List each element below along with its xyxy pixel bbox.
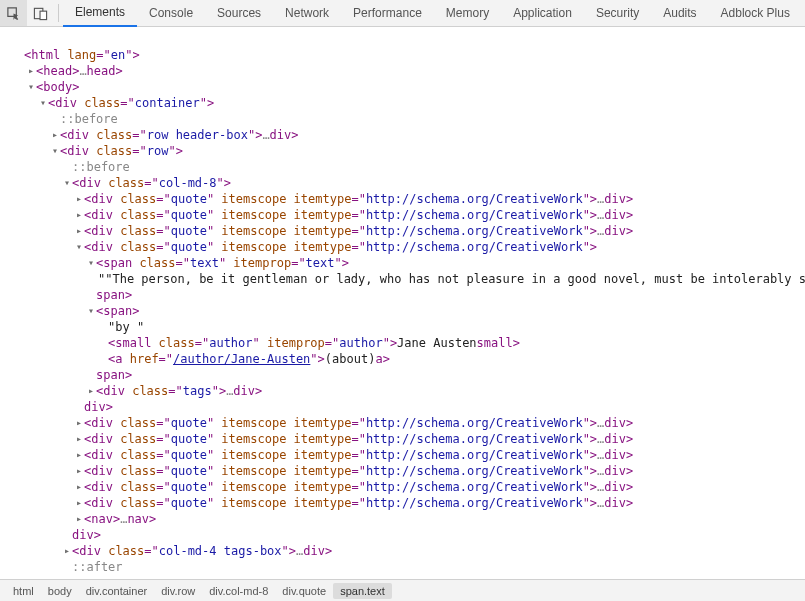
tab-security[interactable]: Security — [584, 0, 651, 27]
tab-network[interactable]: Network — [273, 0, 341, 27]
dom-node-span-text-open[interactable]: <span class="text" itemprop="text"> — [14, 255, 805, 271]
dom-node-div-quote-open[interactable]: <div class="quote" itemscope itemtype="h… — [14, 239, 805, 255]
tab-performance[interactable]: Performance — [341, 0, 434, 27]
dom-node-html-open[interactable]: <html lang="en"> — [14, 47, 805, 63]
expand-arrow-icon[interactable] — [74, 191, 84, 207]
dom-node-pseudo-before[interactable]: ::before — [14, 159, 805, 175]
tab-elements[interactable]: Elements — [63, 0, 137, 27]
dom-node-content: ::after — [72, 559, 123, 575]
dom-node-a-about[interactable]: <a href="/author/Jane-Austen">(about)a> — [14, 351, 805, 367]
dom-node-span-close[interactable]: span> — [14, 367, 805, 383]
dom-node-content: div> — [72, 527, 101, 543]
dom-node-div-col4[interactable]: <div class="col-md-4 tags-box">…div> — [14, 543, 805, 559]
dom-node-div-quote[interactable]: <div class="quote" itemscope itemtype="h… — [14, 495, 805, 511]
tab-sources[interactable]: Sources — [205, 0, 273, 27]
dom-node-div-header-row[interactable]: <div class="row header-box">…div> — [14, 127, 805, 143]
breadcrumb-item[interactable]: div.quote — [275, 583, 333, 599]
expand-arrow-icon[interactable] — [74, 511, 84, 527]
expand-arrow-icon[interactable] — [26, 63, 36, 79]
dom-node-content: <div class="container"> — [48, 95, 214, 111]
expand-arrow-icon[interactable] — [74, 207, 84, 223]
breadcrumb-item[interactable]: span.text — [333, 583, 392, 599]
dom-node-content: "by " — [108, 319, 144, 335]
expand-arrow-icon[interactable] — [50, 143, 60, 159]
dom-node-quote-text[interactable]: ""The person, be it gentleman or lady, w… — [14, 271, 805, 287]
dom-node-div-quote[interactable]: <div class="quote" itemscope itemtype="h… — [14, 447, 805, 463]
dom-node-content: <div class="quote" itemscope itemtype="h… — [84, 431, 633, 447]
expand-arrow-icon[interactable] — [38, 95, 48, 111]
dom-node-div-container-open[interactable]: <div class="container"> — [14, 95, 805, 111]
breadcrumb-item[interactable]: div.row — [154, 583, 202, 599]
dom-node-span-text-close[interactable]: span> — [14, 287, 805, 303]
breadcrumb-item[interactable]: html — [6, 583, 41, 599]
dom-node-div-quote[interactable]: <div class="quote" itemscope itemtype="h… — [14, 191, 805, 207]
breadcrumb-bar: htmlbodydiv.containerdiv.rowdiv.col-md-8… — [0, 579, 805, 601]
dom-node-nav[interactable]: <nav>…nav> — [14, 511, 805, 527]
tab-adblock-plus[interactable]: Adblock Plus — [709, 0, 802, 27]
dom-node-div-col8-open[interactable]: <div class="col-md-8"> — [14, 175, 805, 191]
dom-node-div-col8-close[interactable]: div> — [14, 527, 805, 543]
dom-node-content: <div class="tags">…div> — [96, 383, 262, 399]
dom-node-div-quote[interactable]: <div class="quote" itemscope itemtype="h… — [14, 431, 805, 447]
dom-node-small-author[interactable]: <small class="author" itemprop="author">… — [14, 335, 805, 351]
toolbar-divider — [58, 4, 59, 22]
dom-node-div-tags[interactable]: <div class="tags">…div> — [14, 383, 805, 399]
dom-node-div-row-open[interactable]: <div class="row"> — [14, 143, 805, 159]
dom-node-content: div> — [84, 399, 113, 415]
tab-console[interactable]: Console — [137, 0, 205, 27]
expand-arrow-icon[interactable] — [26, 79, 36, 95]
expand-arrow-icon[interactable] — [74, 463, 84, 479]
expand-arrow-icon[interactable] — [74, 431, 84, 447]
device-toolbar-icon[interactable] — [27, 0, 54, 26]
expand-arrow-icon[interactable] — [74, 223, 84, 239]
tab-memory[interactable]: Memory — [434, 0, 501, 27]
dom-node-content: ""The person, be it gentleman or lady, w… — [98, 271, 805, 287]
dom-node-content: span> — [96, 367, 132, 383]
dom-node-by-text[interactable]: "by " — [14, 319, 805, 335]
dom-node-div-quote[interactable]: <div class="quote" itemscope itemtype="h… — [14, 223, 805, 239]
dom-node-head[interactable]: <head>…head> — [14, 63, 805, 79]
svg-rect-1 — [40, 11, 47, 19]
dom-node-div-quote[interactable]: <div class="quote" itemscope itemtype="h… — [14, 463, 805, 479]
dom-node-content: <div class="quote" itemscope itemtype="h… — [84, 207, 633, 223]
expand-arrow-icon[interactable] — [62, 175, 72, 191]
dom-node-content: <div class="row"> — [60, 143, 183, 159]
dom-node-content: <nav>…nav> — [84, 511, 156, 527]
expand-arrow-icon[interactable] — [50, 127, 60, 143]
expand-arrow-icon[interactable] — [74, 495, 84, 511]
dom-node-content: <div class="quote" itemscope itemtype="h… — [84, 223, 633, 239]
dom-node-pseudo-after[interactable]: ::after — [14, 559, 805, 575]
dom-node-content: <a href="/author/Jane-Austen">(about)a> — [108, 351, 390, 367]
dom-node-span-open[interactable]: <span> — [14, 303, 805, 319]
dom-node-div-quote[interactable]: <div class="quote" itemscope itemtype="h… — [14, 415, 805, 431]
dom-node-content: <div class="col-md-4 tags-box">…div> — [72, 543, 332, 559]
dom-node-content: <div class="quote" itemscope itemtype="h… — [84, 447, 633, 463]
dom-node-body-open[interactable]: <body> — [14, 79, 805, 95]
dom-node-doctype[interactable] — [14, 31, 805, 47]
breadcrumb-item[interactable]: div.col-md-8 — [202, 583, 275, 599]
dom-node-div-quote[interactable]: <div class="quote" itemscope itemtype="h… — [14, 207, 805, 223]
expand-arrow-icon[interactable] — [74, 239, 84, 255]
expand-arrow-icon[interactable] — [86, 383, 96, 399]
expand-arrow-icon[interactable] — [74, 447, 84, 463]
expand-arrow-icon[interactable] — [62, 543, 72, 559]
dom-node-content: <div class="col-md-8"> — [72, 175, 231, 191]
dom-node-content: <span class="text" itemprop="text"> — [96, 255, 349, 271]
dom-node-content: span> — [96, 287, 132, 303]
dom-node-div-quote[interactable]: <div class="quote" itemscope itemtype="h… — [14, 479, 805, 495]
dom-node-content: <html lang="en"> — [24, 47, 140, 63]
breadcrumb-item[interactable]: div.container — [79, 583, 155, 599]
expand-arrow-icon[interactable] — [74, 415, 84, 431]
devtools-toolbar: ElementsConsoleSourcesNetworkPerformance… — [0, 0, 805, 27]
tab-audits[interactable]: Audits — [651, 0, 708, 27]
expand-arrow-icon[interactable] — [74, 479, 84, 495]
tab-application[interactable]: Application — [501, 0, 584, 27]
expand-arrow-icon[interactable] — [86, 255, 96, 271]
dom-node-content: <div class="quote" itemscope itemtype="h… — [84, 415, 633, 431]
inspect-element-icon[interactable] — [0, 0, 27, 26]
dom-node-div-quote-close[interactable]: div> — [14, 399, 805, 415]
breadcrumb-item[interactable]: body — [41, 583, 79, 599]
dom-tree-pane[interactable]: <html lang="en"><head>…head><body><div c… — [0, 27, 805, 577]
expand-arrow-icon[interactable] — [86, 303, 96, 319]
dom-node-pseudo-before[interactable]: ::before — [14, 111, 805, 127]
